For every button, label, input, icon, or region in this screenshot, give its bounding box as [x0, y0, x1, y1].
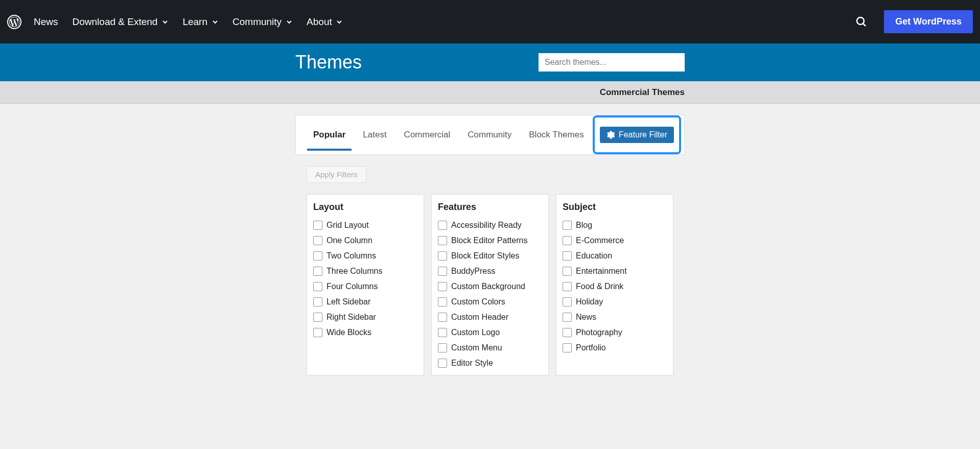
nav-item-news[interactable]: News — [34, 16, 58, 28]
filter-options-features: Accessibility Ready Block Editor Pattern… — [438, 221, 542, 368]
filter-checkbox[interactable] — [313, 251, 322, 261]
search-icon[interactable] — [855, 16, 868, 28]
nav-item-about[interactable]: About — [307, 16, 343, 28]
filter-checkbox[interactable] — [313, 236, 322, 245]
filter-checkbox[interactable] — [313, 221, 322, 230]
filter-checkbox[interactable] — [438, 328, 447, 337]
filter-checkbox[interactable] — [313, 328, 322, 337]
filter-option[interactable]: Custom Logo — [438, 328, 542, 337]
feature-filter-label: Feature Filter — [619, 130, 667, 139]
filter-option[interactable]: Four Columns — [313, 282, 417, 291]
filter-option-label: Custom Header — [451, 313, 508, 322]
filter-option[interactable]: One Column — [313, 236, 417, 245]
filter-checkbox[interactable] — [563, 297, 572, 306]
filter-checkbox[interactable] — [438, 267, 447, 276]
filter-checkbox[interactable] — [438, 343, 447, 352]
nav-item-label: Community — [232, 16, 282, 28]
filter-checkbox[interactable] — [563, 236, 572, 245]
filter-option[interactable]: Photography — [563, 328, 667, 337]
apply-filters-button[interactable]: Apply Filters — [307, 166, 366, 183]
filter-option[interactable]: Block Editor Patterns — [438, 236, 542, 245]
filter-option[interactable]: Portfolio — [563, 343, 667, 352]
filter-options-layout: Grid Layout One Column Two Columns Three… — [313, 221, 417, 337]
filter-option[interactable]: Block Editor Styles — [438, 251, 542, 261]
wordpress-logo-icon[interactable] — [7, 15, 21, 29]
nav-right: Get WordPress — [855, 10, 973, 33]
tab-community[interactable]: Community — [461, 120, 518, 151]
filter-option-label: BuddyPress — [451, 267, 495, 276]
search-themes-input[interactable] — [539, 53, 685, 72]
filter-checkbox[interactable] — [563, 282, 572, 291]
gear-icon — [606, 131, 615, 139]
filter-checkbox[interactable] — [563, 313, 572, 322]
filter-checkbox[interactable] — [563, 328, 572, 337]
filter-option[interactable]: Grid Layout — [313, 221, 417, 230]
filter-option-label: Grid Layout — [326, 221, 369, 230]
filter-option-label: Block Editor Styles — [451, 251, 519, 261]
filter-checkbox[interactable] — [313, 282, 322, 291]
tab-popular[interactable]: Popular — [307, 120, 352, 151]
filter-option[interactable]: Entertainment — [563, 267, 667, 276]
filter-checkbox[interactable] — [563, 267, 572, 276]
filter-checkbox[interactable] — [438, 282, 447, 291]
filter-checkbox[interactable] — [438, 359, 447, 368]
filter-checkbox[interactable] — [438, 236, 447, 245]
filter-option[interactable]: Custom Header — [438, 313, 542, 322]
filter-option[interactable]: Food & Drink — [563, 282, 667, 291]
filter-col-features: Features Accessibility Ready Block Edito… — [431, 194, 549, 375]
filter-option-label: Right Sidebar — [326, 313, 376, 322]
nav-item-download[interactable]: Download & Extend — [73, 16, 169, 28]
filter-option[interactable]: Custom Colors — [438, 297, 542, 306]
filter-option-label: Custom Background — [451, 282, 525, 291]
filter-tabs: Popular Latest Commercial Community Bloc… — [296, 120, 590, 151]
filter-checkbox[interactable] — [438, 251, 447, 261]
filter-checkbox[interactable] — [563, 343, 572, 352]
filter-checkbox[interactable] — [563, 251, 572, 261]
filter-options-subject: Blog E-Commerce Education Entertainment … — [563, 221, 667, 352]
filter-option[interactable]: E-Commerce — [563, 236, 667, 245]
top-nav: News Download & Extend Learn Community A… — [0, 0, 980, 43]
filter-checkbox[interactable] — [313, 297, 322, 306]
filter-option-label: Entertainment — [576, 267, 627, 276]
subheader: Commercial Themes — [0, 81, 980, 104]
filter-option[interactable]: Custom Menu — [438, 343, 542, 352]
filter-option[interactable]: BuddyPress — [438, 267, 542, 276]
filter-option[interactable]: Right Sidebar — [313, 313, 417, 322]
filter-option[interactable]: Holiday — [563, 297, 667, 306]
filter-col-subject: Subject Blog E-Commerce Education Entert… — [556, 194, 673, 375]
filter-option[interactable]: News — [563, 313, 667, 322]
filter-option[interactable]: Editor Style — [438, 359, 542, 368]
filter-col-title: Features — [438, 202, 542, 212]
tab-block-themes[interactable]: Block Themes — [523, 120, 590, 151]
filter-option[interactable]: Accessibility Ready — [438, 221, 542, 230]
filter-option[interactable]: Education — [563, 251, 667, 261]
commercial-themes-link[interactable]: Commercial Themes — [600, 87, 685, 98]
tab-latest[interactable]: Latest — [357, 120, 392, 151]
filter-option[interactable]: Three Columns — [313, 267, 417, 276]
filter-checkbox[interactable] — [438, 313, 447, 322]
get-wordpress-button[interactable]: Get WordPress — [884, 10, 973, 33]
filter-checkbox[interactable] — [313, 313, 322, 322]
filter-option-label: Custom Menu — [451, 343, 502, 352]
filter-option-label: Accessibility Ready — [451, 221, 522, 230]
filter-option[interactable]: Wide Blocks — [313, 328, 417, 337]
tab-commercial[interactable]: Commercial — [398, 120, 457, 151]
filter-option[interactable]: Left Sidebar — [313, 297, 417, 306]
chevron-down-icon — [161, 18, 168, 25]
filter-checkbox[interactable] — [563, 221, 572, 230]
filter-checkbox[interactable] — [438, 297, 447, 306]
filter-columns: Layout Grid Layout One Column Two Column… — [295, 183, 685, 387]
filter-option[interactable]: Two Columns — [313, 251, 417, 261]
filter-option[interactable]: Blog — [563, 221, 667, 230]
filter-checkbox[interactable] — [438, 221, 447, 230]
filter-checkbox[interactable] — [313, 267, 322, 276]
feature-filter-button[interactable]: Feature Filter — [600, 127, 674, 143]
filter-option-label: E-Commerce — [576, 236, 624, 245]
filter-option[interactable]: Custom Background — [438, 282, 542, 291]
hero-banner: Themes — [0, 43, 980, 81]
filter-option-label: Custom Colors — [451, 297, 505, 306]
nav-item-community[interactable]: Community — [232, 16, 292, 28]
nav-item-learn[interactable]: Learn — [182, 16, 218, 28]
main-content: Popular Latest Commercial Community Bloc… — [160, 104, 820, 387]
filter-option-label: Photography — [576, 328, 622, 337]
